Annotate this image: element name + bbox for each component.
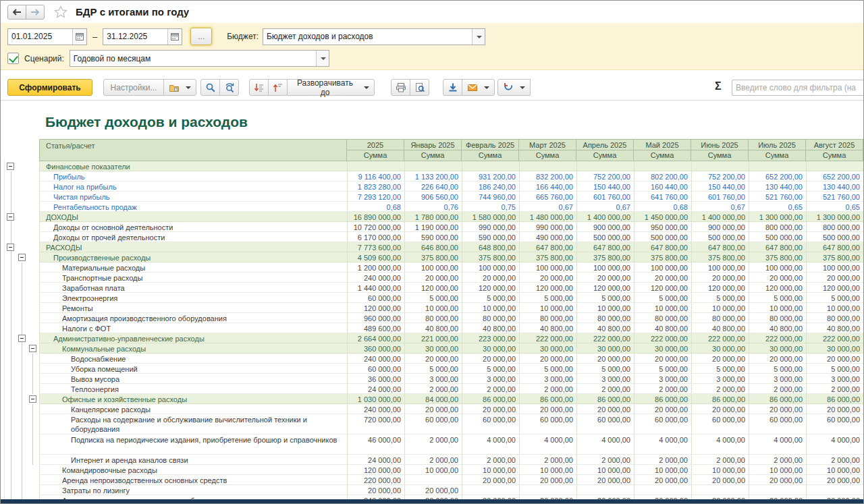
date-to-field[interactable]: 31.12.2025 (103, 28, 182, 45)
scenario-select[interactable]: Годовой по месяцам (70, 50, 329, 67)
value-cell: 20 000,00 (749, 475, 806, 485)
article-cell: Офисные и хозяйственные расходы (39, 394, 347, 404)
value-cell: 86 000,00 (576, 394, 634, 404)
value-cell: 222 000,00 (576, 333, 634, 343)
value-cell: 5 000,00 (691, 364, 749, 374)
date-range-dash: – (92, 32, 97, 42)
value-cell: 20 000,00 (749, 354, 806, 364)
article-cell[interactable]: Прибыль (39, 171, 347, 181)
article-cell[interactable]: Рентабельность продаж (39, 202, 347, 212)
tree-gutter (4, 414, 39, 435)
forward-button[interactable] (26, 5, 45, 20)
value-cell: 5 000,00 (691, 293, 749, 303)
value-cell: 222 000,00 (519, 333, 576, 343)
value-cell: 1 300 000,00 (749, 212, 806, 222)
generate-button[interactable]: Сформировать (7, 79, 92, 96)
value-cell: 5 000,00 (404, 293, 462, 303)
settings-button[interactable]: Настройки... (103, 79, 164, 96)
article-cell: ДОХОДЫ (39, 212, 347, 222)
scenario-checkbox[interactable] (7, 53, 19, 64)
collapse-expander-icon[interactable] (7, 163, 14, 170)
value-cell: 652 200,00 (806, 171, 863, 181)
collapse-expander-icon[interactable] (18, 335, 26, 342)
expand-to-button[interactable]: Разворачивать до (287, 79, 375, 96)
value-cell: 601 760,00 (691, 192, 749, 202)
column-header: 2025Сумма (347, 139, 404, 161)
value-cell: 590 000,00 (404, 232, 462, 242)
value-cell: 0,75 (462, 202, 519, 212)
value-cell: 20 000,00 (634, 273, 691, 283)
collapse-expander-icon[interactable] (7, 213, 14, 221)
article-cell: Финансовые показатели (39, 161, 347, 171)
value-cell: 80 000,00 (576, 313, 634, 323)
value-cell (347, 161, 404, 171)
report-variants-button[interactable] (163, 79, 196, 96)
column-header: Июль 2025Сумма (749, 139, 806, 161)
value-cell: 2 000,00 (749, 384, 806, 394)
expand-levels-icon[interactable] (249, 79, 269, 96)
table-row: Электроэнергия60 000,005 000,005 000,005… (4, 293, 863, 303)
value-cell: 500 000,00 (691, 232, 749, 242)
value-cell: 60 000,00 (519, 414, 576, 435)
value-cell: 20 000,00 (749, 273, 806, 283)
print-preview-icon[interactable] (410, 79, 429, 96)
save-file-icon[interactable] (443, 79, 462, 96)
value-cell: 375 800,00 (749, 252, 806, 262)
expand-group: Разворачивать до (249, 79, 375, 96)
chevron-down-icon[interactable] (316, 51, 329, 66)
value-cell (404, 161, 462, 171)
value-cell: 900 000,00 (576, 222, 634, 232)
chevron-down-icon[interactable] (472, 29, 485, 45)
value-cell: 2 000,00 (691, 455, 749, 465)
table-row: Теплоэнергия24 000,002 000,002 000,002 0… (4, 384, 863, 394)
value-cell: 5 000,00 (576, 364, 634, 374)
value-cell: 20 000,00 (519, 404, 576, 414)
value-cell: 10 000,00 (749, 303, 806, 313)
quick-filter-input[interactable] (732, 80, 864, 96)
value-cell: 1 030 000,00 (347, 394, 404, 404)
date-from-field[interactable]: 01.01.2025 (7, 28, 87, 45)
article-cell[interactable]: Чистая прибыль (39, 192, 347, 202)
value-cell (806, 485, 863, 495)
collapse-expander-icon[interactable] (29, 395, 36, 403)
value-cell: 120 000,00 (462, 283, 519, 293)
calendar-icon[interactable] (167, 29, 182, 45)
value-cell: 60 000,00 (347, 364, 404, 374)
value-cell: 1 580 000,00 (462, 212, 519, 222)
calendar-icon[interactable] (72, 29, 86, 45)
collapse-levels-icon[interactable] (268, 79, 288, 96)
collapse-expander-icon[interactable] (7, 244, 14, 251)
back-button[interactable] (7, 5, 26, 20)
value-cell: 5 000,00 (576, 293, 634, 303)
title-bar: БДР с итогами по году (1, 1, 863, 23)
value-cell: 647 800,00 (806, 242, 863, 252)
send-mail-button[interactable] (462, 79, 495, 96)
tree-gutter (4, 161, 39, 171)
table-row: Налоги с ФОТ489 600,0040 800,0040 800,00… (4, 323, 863, 333)
return-to-cell-button[interactable] (497, 79, 531, 96)
article-cell[interactable]: Налог на прибыль (39, 181, 347, 192)
value-cell: 60 000,00 (462, 414, 519, 435)
budget-select[interactable]: Бюджет доходов и расходов (263, 28, 485, 45)
print-icon[interactable] (391, 79, 410, 96)
value-cell: 1 200 000,00 (347, 262, 404, 273)
value-cell: 3 000,00 (519, 374, 576, 384)
search-icon[interactable] (200, 79, 220, 96)
period-picker-button[interactable]: ... (190, 28, 212, 45)
collapse-expander-icon[interactable] (29, 345, 36, 352)
value-cell: 120 000,00 (576, 283, 634, 293)
table-row: Вывоз мусора36 000,003 000,003 000,003 0… (4, 374, 863, 384)
search-next-icon[interactable] (219, 79, 239, 96)
favorite-star-icon[interactable] (54, 5, 68, 18)
article-cell: РАСХОДЫ (39, 242, 347, 252)
value-cell: 86 000,00 (691, 394, 749, 404)
scenario-label: Сценарий: (24, 54, 64, 63)
article-cell: Интернет и аренда каналов связи (39, 455, 347, 465)
table-row: Административно-управленческие расходы2 … (4, 333, 863, 343)
tree-gutter (4, 252, 39, 262)
collapse-expander-icon[interactable] (18, 254, 26, 261)
value-cell: 221 000,00 (404, 333, 462, 343)
tree-gutter (4, 343, 39, 354)
value-cell: 375 800,00 (519, 252, 576, 262)
value-cell: 3 000,00 (634, 374, 691, 384)
